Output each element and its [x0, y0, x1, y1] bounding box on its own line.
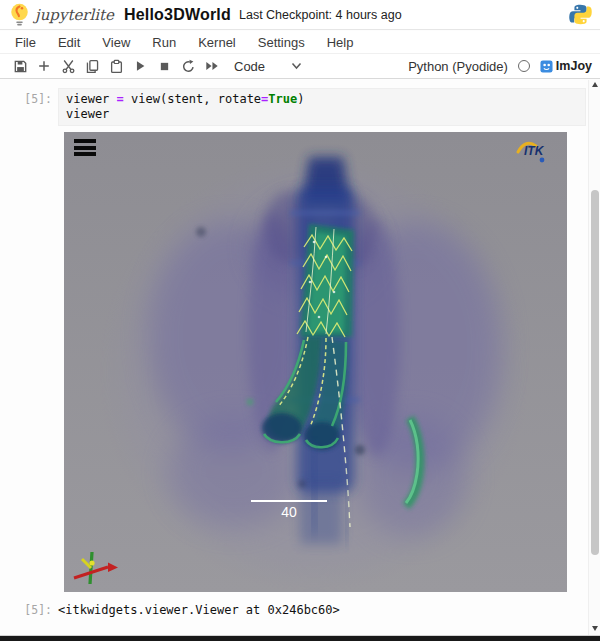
code-cell[interactable]: [5]: viewer = view(stent, rotate=True) v… — [0, 88, 586, 126]
bottom-status-bar — [0, 635, 600, 641]
plus-icon — [37, 59, 51, 73]
menu-view[interactable]: View — [91, 33, 141, 52]
scale-bar-label: 40 — [251, 504, 327, 520]
save-button[interactable] — [8, 55, 32, 77]
scrollbar-thumb[interactable] — [591, 190, 599, 555]
output-repr: <itkwidgets.viewer.Viewer at 0x246bc60> — [58, 599, 586, 617]
notebook-toolbar: Code Python (Pyodide) ImJoy — [0, 54, 600, 79]
play-icon — [133, 59, 147, 73]
paste-cell-button[interactable] — [104, 55, 128, 77]
cell-type-dropdown[interactable]: Code — [234, 59, 302, 74]
scroll-down-arrow-icon[interactable] — [592, 626, 598, 631]
imjoy-label: ImJoy — [556, 59, 592, 73]
add-cell-button[interactable] — [32, 55, 56, 77]
itk-3d-viewer[interactable]: ITK 40 — [64, 132, 567, 592]
run-cell-button[interactable] — [128, 55, 152, 77]
brand-wordmark: jupyterlite — [35, 6, 114, 24]
svg-text:ITK: ITK — [524, 144, 545, 158]
notebook-panel: [5]: viewer = view(stent, rotate=True) v… — [0, 80, 600, 635]
volume-rendering — [64, 132, 567, 592]
copy-cell-button[interactable] — [80, 55, 104, 77]
menu-settings[interactable]: Settings — [247, 33, 316, 52]
menu-file[interactable]: File — [4, 33, 47, 52]
vertical-scrollbar[interactable] — [588, 80, 600, 635]
input-prompt: [5]: — [0, 88, 58, 126]
scale-bar: 40 — [251, 500, 327, 520]
menu-kernel[interactable]: Kernel — [187, 33, 247, 52]
jupyterlite-bulb-icon — [8, 2, 31, 27]
save-icon — [13, 59, 28, 74]
scale-bar-line — [251, 500, 327, 502]
viewer-menu-button[interactable] — [74, 139, 96, 157]
itk-logo-icon: ITK — [515, 138, 549, 164]
cut-cell-button[interactable] — [56, 55, 80, 77]
interrupt-kernel-button[interactable] — [152, 55, 176, 77]
copy-icon — [85, 59, 100, 74]
chevron-down-icon — [291, 62, 302, 70]
menu-edit[interactable]: Edit — [47, 33, 91, 52]
paste-icon — [109, 59, 124, 74]
code-line-1: viewer = view(stent, rotate=True) — [66, 92, 578, 107]
output-cell: [5]: <itkwidgets.viewer.Viewer at 0x246b… — [0, 599, 586, 617]
cell-type-value: Code — [234, 59, 265, 74]
code-line-2: viewer — [66, 107, 578, 122]
imjoy-icon — [540, 60, 553, 73]
header: jupyterlite Hello3DWorld Last Checkpoint… — [0, 0, 600, 30]
python-logo-icon — [569, 3, 592, 26]
scissors-icon — [61, 59, 76, 74]
stop-icon — [158, 60, 171, 73]
kernel-name-label[interactable]: Python (Pyodide) — [408, 59, 508, 74]
code-editor[interactable]: viewer = view(stent, rotate=True) viewer — [58, 88, 586, 126]
orientation-axes-widget[interactable] — [68, 548, 124, 592]
notebook-title[interactable]: Hello3DWorld — [124, 6, 231, 24]
menu-bar: File Edit View Run Kernel Settings Help — [0, 31, 600, 54]
imjoy-button[interactable]: ImJoy — [540, 59, 592, 73]
jupyterlite-logo[interactable]: jupyterlite — [8, 2, 124, 27]
output-prompt: [5]: — [0, 599, 58, 617]
restart-run-all-button[interactable] — [200, 55, 224, 77]
kernel-status-indicator[interactable] — [518, 60, 530, 72]
fast-forward-icon — [204, 59, 220, 73]
itk-logo: ITK — [515, 138, 549, 164]
menu-run[interactable]: Run — [141, 33, 187, 52]
hamburger-icon — [74, 139, 96, 143]
menu-help[interactable]: Help — [316, 33, 365, 52]
scroll-up-arrow-icon[interactable] — [592, 82, 598, 87]
restart-icon — [181, 59, 196, 74]
jupyterlite-app: jupyterlite Hello3DWorld Last Checkpoint… — [0, 0, 600, 641]
checkpoint-label: Last Checkpoint: 4 hours ago — [239, 8, 402, 22]
restart-kernel-button[interactable] — [176, 55, 200, 77]
